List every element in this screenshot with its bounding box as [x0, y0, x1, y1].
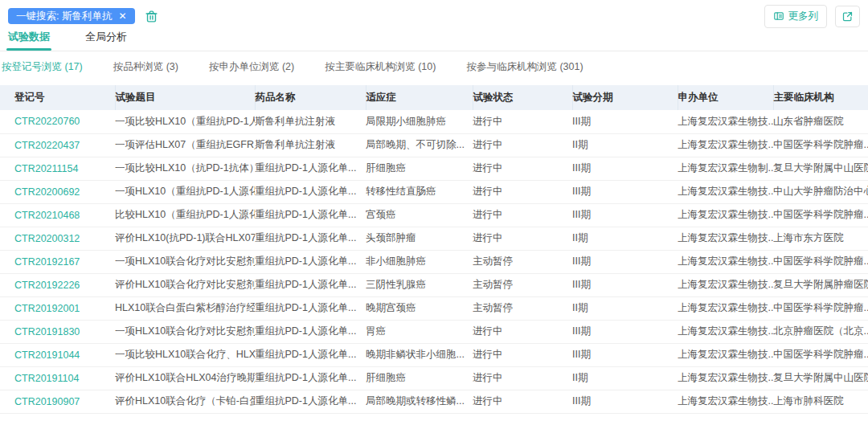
cell-col-6: 上海复宏汉霖生物技...	[678, 273, 773, 296]
trials-table: 登记号试验题目药品名称适应症试验状态试验分期申办单位主要临床机构 CTR2022…	[0, 85, 868, 414]
table-row: CTR20191044一项比较HLX10联合化疗、HLX10...重组抗PD-1…	[0, 343, 868, 366]
cell-col-7: 中国医学科学院肿瘤...	[773, 296, 868, 320]
cell-col-4: 进行中	[473, 320, 572, 343]
cell-col-7: 复旦大学附属中山医院	[773, 366, 868, 390]
registration-id-cell: CTR20192001	[0, 296, 115, 320]
registration-link[interactable]: CTR20192167	[14, 256, 80, 268]
browse-filter-2[interactable]: 按申办单位浏览 (2)	[209, 60, 294, 74]
cell-col-4: 主动暂停	[473, 250, 572, 273]
column-header-7: 主要临床机构	[773, 85, 868, 110]
cell-col-2: 重组抗PD-1人源化单...	[255, 203, 366, 227]
cell-col-7: 上海市肺科医院	[773, 390, 868, 413]
trash-button[interactable]	[145, 10, 158, 23]
cell-col-2: 重组抗PD-1人源化单...	[255, 343, 366, 366]
cell-col-1: 一项HLX10联合化疗对比安慰剂联...	[115, 250, 255, 273]
cell-col-7: 中国医学科学院肿瘤...	[773, 203, 868, 227]
cell-col-7: 复旦大学附属中山医院	[773, 157, 868, 180]
cell-col-3: 肝细胞癌	[366, 366, 473, 390]
registration-id-cell: CTR20210468	[0, 203, 115, 227]
table-row: CTR20190907评价HLX10联合化疗（卡铂-白蛋...重组抗PD-1人源…	[0, 390, 868, 413]
registration-link[interactable]: CTR20192001	[14, 303, 80, 314]
column-header-4: 试验状态	[473, 85, 572, 110]
cell-col-1: 一项HLX10（重组抗PD-1人源化...	[115, 180, 255, 203]
cell-col-3: 胃癌	[366, 320, 473, 343]
cell-col-2: 重组抗PD-1人源化单...	[255, 227, 366, 250]
cell-col-3: 局限期小细胞肺癌	[366, 110, 473, 133]
cell-col-1: 评价HLX10(抗PD-1)联合HLX07(...	[115, 227, 255, 250]
cell-col-7: 上海市东方医院	[773, 227, 868, 250]
cell-col-3: 三阴性乳腺癌	[366, 273, 473, 296]
cell-col-4: 进行中	[473, 157, 572, 180]
registration-id-cell: CTR20191104	[0, 366, 115, 390]
cell-col-4: 进行中	[473, 227, 572, 250]
registration-link[interactable]: CTR20220437	[14, 140, 80, 151]
table-header-row: 登记号试验题目药品名称适应症试验状态试验分期申办单位主要临床机构	[0, 85, 868, 110]
cell-col-3: 非小细胞肺癌	[366, 250, 473, 273]
browse-filter-3[interactable]: 按主要临床机构浏览 (10)	[325, 60, 436, 74]
cell-col-7: 中山大学肿瘤防治中心	[773, 180, 868, 203]
table-row: CTR20211154一项比较HLX10（抗PD-1抗体）...重组抗PD-1人…	[0, 157, 868, 180]
table-row: CTR20210468比较HLX10（重组抗PD-1人源化...重组抗PD-1人…	[0, 203, 868, 227]
cell-col-7: 中国医学科学院肿瘤...	[773, 133, 868, 157]
tab-1[interactable]: 全局分析	[85, 31, 127, 51]
registration-link[interactable]: CTR20192226	[14, 280, 80, 291]
cell-col-5: III期	[572, 273, 678, 296]
cell-col-2: 重组抗PD-1人源化单...	[255, 157, 366, 180]
table-row: CTR20200692一项HLX10（重组抗PD-1人源化...重组抗PD-1人…	[0, 180, 868, 203]
registration-link[interactable]: CTR20191830	[14, 326, 80, 337]
cell-col-1: 一项比较HLX10（重组抗PD-1人...	[115, 110, 255, 133]
browse-filter-1[interactable]: 按品种浏览 (3)	[113, 60, 178, 74]
table-row: CTR20220437一项评估HLX07（重组抗EGFR人...斯鲁利单抗注射液…	[0, 133, 868, 157]
cell-col-2: 重组抗PD-1人源化单...	[255, 273, 366, 296]
registration-link[interactable]: CTR20191104	[14, 373, 79, 384]
tab-0[interactable]: 试验数据	[8, 31, 50, 51]
cell-col-2: 重组抗PD-1人源化单...	[255, 366, 366, 390]
cell-col-7: 北京肿瘤医院（北京...	[773, 320, 868, 343]
top-toolbar: 一键搜索: 斯鲁利单抗 ✕ 更多列	[0, 0, 868, 31]
cell-col-2: 斯鲁利单抗注射液	[255, 110, 366, 133]
more-columns-button[interactable]: 更多列	[764, 5, 828, 28]
cell-col-3: 局部晚期、不可切除...	[366, 133, 473, 157]
cell-col-4: 进行中	[473, 390, 572, 413]
close-icon[interactable]: ✕	[118, 11, 126, 21]
cell-col-5: III期	[572, 203, 678, 227]
cell-col-6: 上海复宏汉霖生物技...	[678, 227, 773, 250]
registration-link[interactable]: CTR20191044	[14, 349, 80, 361]
cell-col-6: 上海复宏汉霖生物技...	[678, 203, 773, 227]
search-filter-tag-label: 一键搜索: 斯鲁利单抗	[16, 11, 112, 22]
cell-col-2: 重组抗PD-1人源化单...	[255, 296, 366, 320]
cell-col-1: 一项比较HLX10联合化疗、HLX10...	[115, 343, 255, 366]
table-row: CTR20220760一项比较HLX10（重组抗PD-1人...斯鲁利单抗注射液…	[0, 110, 868, 133]
cell-col-2: 斯鲁利单抗注射液	[255, 133, 366, 157]
cell-col-5: III期	[572, 390, 678, 413]
table-row: CTR20191830一项HLX10联合化疗对比安慰剂联...重组抗PD-1人源…	[0, 320, 868, 343]
search-filter-tag[interactable]: 一键搜索: 斯鲁利单抗 ✕	[8, 8, 135, 25]
cell-col-1: 一项HLX10联合化疗对比安慰剂联...	[115, 320, 255, 343]
registration-id-cell: CTR20200312	[0, 227, 115, 250]
registration-link[interactable]: CTR20200312	[14, 233, 80, 244]
cell-col-6: 上海复宏汉霖生物技...	[678, 133, 773, 157]
registration-link[interactable]: CTR20200692	[14, 186, 80, 198]
cell-col-5: III期	[572, 343, 678, 366]
registration-link[interactable]: CTR20211154	[14, 163, 78, 174]
cell-col-1: 一项比较HLX10（抗PD-1抗体）...	[115, 157, 255, 180]
cell-col-6: 上海复宏汉霖生物技...	[678, 343, 773, 366]
registration-id-cell: CTR20191044	[0, 343, 115, 366]
registration-link[interactable]: CTR20220760	[14, 116, 80, 127]
table-row: CTR20192167一项HLX10联合化疗对比安慰剂联...重组抗PD-1人源…	[0, 250, 868, 273]
registration-id-cell: CTR20220760	[0, 110, 115, 133]
cell-col-3: 晚期非鳞状非小细胞...	[366, 343, 473, 366]
registration-link[interactable]: CTR20210468	[14, 210, 80, 221]
browse-filter-4[interactable]: 按参与临床机构浏览 (301)	[466, 60, 583, 74]
cell-col-7: 复旦大学附属肿瘤医院	[773, 273, 868, 296]
table-row: CTR20200312评价HLX10(抗PD-1)联合HLX07(...重组抗P…	[0, 227, 868, 250]
cell-col-5: II期	[572, 227, 678, 250]
cell-col-5: III期	[572, 157, 678, 180]
cell-col-4: 进行中	[473, 366, 572, 390]
registration-link[interactable]: CTR20190907	[14, 396, 80, 407]
browse-filter-0[interactable]: 按登记号浏览 (17)	[2, 60, 83, 74]
cell-col-4: 进行中	[473, 110, 572, 133]
cell-col-3: 宫颈癌	[366, 203, 473, 227]
open-external-button[interactable]	[835, 6, 860, 27]
registration-id-cell: CTR20220437	[0, 133, 115, 157]
